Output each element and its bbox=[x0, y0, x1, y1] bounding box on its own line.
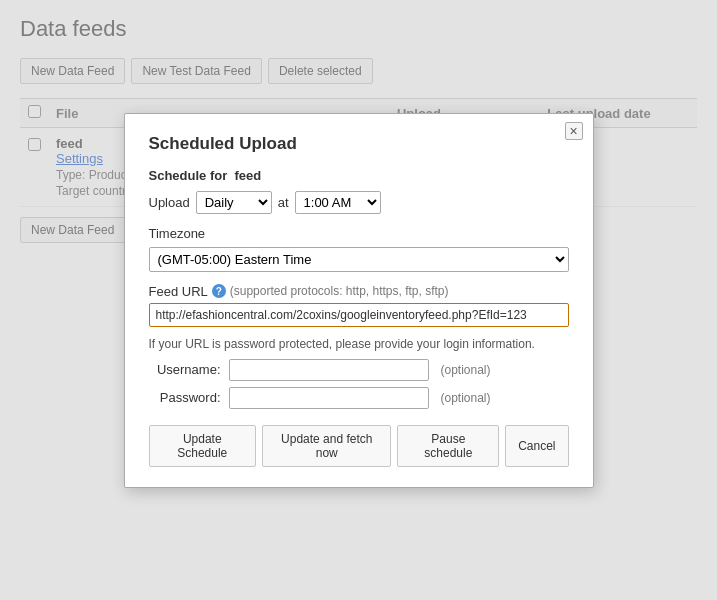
modal-close-button[interactable]: × bbox=[565, 122, 583, 140]
username-row: Username: (optional) bbox=[149, 359, 569, 381]
upload-row: Upload Daily Weekly Monthly at 12:00 AM … bbox=[149, 191, 569, 214]
password-input[interactable] bbox=[229, 387, 429, 409]
password-row: Password: (optional) bbox=[149, 387, 569, 409]
username-label: Username: bbox=[149, 362, 221, 377]
feed-url-info-icon[interactable]: ? bbox=[212, 284, 226, 298]
schedule-for-label: Schedule for bbox=[149, 168, 228, 183]
feed-url-hint: (supported protocols: http, https, ftp, … bbox=[230, 284, 449, 298]
schedule-feed-name: feed bbox=[234, 168, 261, 183]
feed-url-label-text: Feed URL bbox=[149, 284, 208, 299]
username-input[interactable] bbox=[229, 359, 429, 381]
feed-url-input[interactable] bbox=[149, 303, 569, 327]
password-note: If your URL is password protected, pleas… bbox=[149, 337, 569, 351]
schedule-for-line: Schedule for feed bbox=[149, 168, 569, 183]
password-label: Password: bbox=[149, 390, 221, 405]
scheduled-upload-modal: × Scheduled Upload Schedule for feed Upl… bbox=[124, 113, 594, 488]
time-select[interactable]: 12:00 AM 1:00 AM 2:00 AM 3:00 AM 4:00 AM bbox=[295, 191, 381, 214]
modal-title: Scheduled Upload bbox=[149, 134, 569, 154]
timezone-select[interactable]: (GMT-05:00) Eastern Time (GMT-06:00) Cen… bbox=[149, 247, 569, 272]
update-fetch-button[interactable]: Update and fetch now bbox=[262, 425, 391, 467]
modal-overlay: × Scheduled Upload Schedule for feed Upl… bbox=[0, 0, 717, 600]
cancel-button[interactable]: Cancel bbox=[505, 425, 568, 467]
frequency-select[interactable]: Daily Weekly Monthly bbox=[196, 191, 272, 214]
at-label: at bbox=[278, 195, 289, 210]
timezone-label: Timezone bbox=[149, 226, 569, 241]
password-optional: (optional) bbox=[441, 391, 491, 405]
modal-buttons: Update Schedule Update and fetch now Pau… bbox=[149, 425, 569, 467]
update-schedule-button[interactable]: Update Schedule bbox=[149, 425, 257, 467]
upload-label: Upload bbox=[149, 195, 190, 210]
pause-schedule-button[interactable]: Pause schedule bbox=[397, 425, 499, 467]
feed-url-label-row: Feed URL ? (supported protocols: http, h… bbox=[149, 284, 569, 299]
username-optional: (optional) bbox=[441, 363, 491, 377]
